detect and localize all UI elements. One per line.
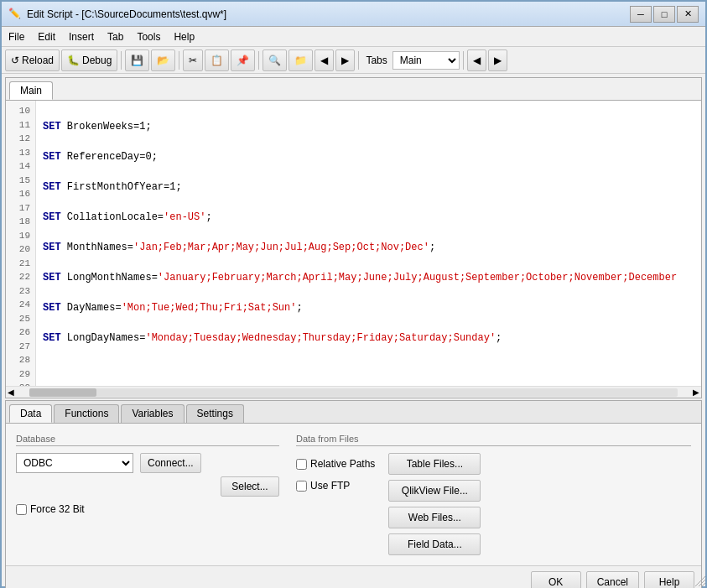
bottom-tabbar: Data Functions Variables Settings [6,401,701,424]
svg-line-2 [702,583,705,586]
close-button[interactable]: ✕ [677,6,699,23]
bottom-content: Database ODBC Connect... Select... Force… [6,424,701,565]
relative-paths-label: Relative Paths [310,458,375,470]
forward-icon: ▶ [341,55,349,66]
reload-button[interactable]: ↺ Reload [5,49,60,71]
use-ftp-checkbox[interactable] [296,481,307,492]
hscroll-right-arrow[interactable]: ▶ [691,388,701,397]
svg-line-1 [699,580,705,586]
folder-icon: 📁 [294,55,307,66]
menu-tools[interactable]: Tools [130,27,167,46]
database-dropdown-row: ODBC Connect... [16,453,279,473]
nav-back-button[interactable]: ◀ [315,49,334,71]
arrow-right-icon: ▶ [494,55,502,66]
select-row: Select... [140,476,279,497]
menu-help[interactable]: Help [167,27,201,46]
database-section-label: Database [16,434,279,446]
database-select[interactable]: ODBC [16,453,133,473]
connect-button[interactable]: Connect... [140,453,201,473]
tab-main[interactable]: Main [9,81,53,100]
editor-tabbar: Main [6,78,701,101]
toolbar-separator-3 [258,51,259,70]
back-icon: ◀ [320,55,328,66]
files-section-label: Data from Files [296,434,691,446]
folder-button[interactable]: 📁 [289,49,313,71]
web-files-button[interactable]: Web Files... [388,507,481,528]
line-numbers: 10 11 12 13 14 15 16 17 18 19 20 21 22 2… [6,101,36,386]
files-section: Data from Files Relative Paths Use FTP [296,434,691,555]
relative-paths-checkbox[interactable] [296,459,307,470]
editor-container: Main 10 11 12 13 14 15 16 17 18 19 20 21 [5,77,702,398]
dialog-buttons: OK Cancel Help [6,565,701,588]
force32-label: Force 32 Bit [30,503,85,515]
relative-paths-row: Relative Paths [296,458,375,470]
toolbar-separator-1 [121,51,122,70]
code-line-14: SET MonthNames='Jan;Feb;Mar;Apr;May;Jun;… [43,240,694,255]
use-ftp-row: Use FTP [296,480,375,492]
select-button[interactable]: Select... [221,476,279,497]
menubar: File Edit Insert Tab Tools Help [2,27,705,47]
bug-icon: 🐛 [67,55,80,66]
qlikview-file-button[interactable]: QlikView File... [388,480,481,502]
bottom-panel: Data Functions Variables Settings Databa… [5,400,702,588]
table-files-button[interactable]: Table Files... [388,453,481,475]
files-buttons: Table Files... QlikView File... Web File… [388,453,481,555]
code-line-15: SET LongMonthNames='January;February;Mar… [43,270,694,285]
toolbar-separator-5 [463,51,464,70]
tab-settings[interactable]: Settings [186,404,244,423]
menu-tab[interactable]: Tab [101,27,130,46]
cancel-button[interactable]: Cancel [586,571,639,588]
help-button[interactable]: Help [644,571,694,588]
search-icon: 🔍 [268,55,281,66]
reload-icon: ↺ [11,55,19,66]
cut-button[interactable]: ✂ [183,49,203,71]
nav-forward-button[interactable]: ▶ [335,49,355,71]
minimize-button[interactable]: ─ [630,6,652,23]
copy-button[interactable]: 📋 [205,49,229,71]
toolbar-separator-4 [358,51,359,70]
tab-functions[interactable]: Functions [54,404,119,423]
force32-checkbox[interactable] [16,504,27,515]
hscroll-thumb[interactable] [29,388,96,397]
menu-file[interactable]: File [2,27,31,46]
arrow-right-button[interactable]: ▶ [488,49,507,71]
save-button[interactable]: 💾 [125,49,149,71]
titlebar: ✏️ Edit Script - [C:\SourceDocuments\tes… [2,2,705,27]
code-line-17: SET LongDayNames='Monday;Tuesday;Wednesd… [43,330,694,346]
editor-hscroll[interactable]: ◀ ▶ [6,386,701,398]
menu-insert[interactable]: Insert [62,27,101,46]
reload-label: Reload [22,55,54,66]
field-data-button[interactable]: Field Data... [388,533,481,555]
database-section: Database ODBC Connect... Select... Force… [16,434,279,555]
code-editor[interactable]: 10 11 12 13 14 15 16 17 18 19 20 21 22 2… [6,101,701,386]
window-title: Edit Script - [C:\SourceDocuments\test.q… [27,8,630,20]
tab-data[interactable]: Data [9,404,52,423]
menu-edit[interactable]: Edit [31,27,62,46]
maximize-button[interactable]: □ [653,6,675,23]
code-line-11: SET ReferenceDay=0; [43,149,694,164]
paste-button[interactable]: 📌 [231,49,255,71]
code-line-18 [43,361,694,376]
use-ftp-label: Use FTP [310,480,350,492]
open-button[interactable]: 📂 [151,49,175,71]
paste-icon: 📌 [237,55,249,66]
hscroll-track[interactable] [29,388,678,397]
code-line-13: SET CollationLocale='en-US'; [43,210,694,225]
code-lines[interactable]: SET BrokenWeeks=1; SET ReferenceDay=0; S… [36,101,701,386]
arrow-left-button[interactable]: ◀ [467,49,486,71]
hscroll-left-arrow[interactable]: ◀ [6,388,16,397]
code-line-10: SET BrokenWeeks=1; [43,119,694,134]
resize-grip[interactable] [695,576,705,586]
toolbar: ↺ Reload 🐛 Debug 💾 📂 ✂ 📋 📌 🔍 📁 ◀ ▶ Tabs … [2,47,705,74]
open-icon: 📂 [157,55,169,66]
debug-button[interactable]: 🐛 Debug [61,49,117,71]
save-icon: 💾 [131,55,143,66]
ok-button[interactable]: OK [531,571,581,588]
cut-icon: ✂ [189,55,197,66]
tabs-dropdown[interactable]: Main [392,51,460,70]
debug-label: Debug [82,55,112,66]
tab-variables[interactable]: Variables [121,404,184,423]
files-checkboxes: Relative Paths Use FTP [296,453,375,555]
copy-icon: 📋 [211,55,223,66]
search-button[interactable]: 🔍 [263,49,287,71]
